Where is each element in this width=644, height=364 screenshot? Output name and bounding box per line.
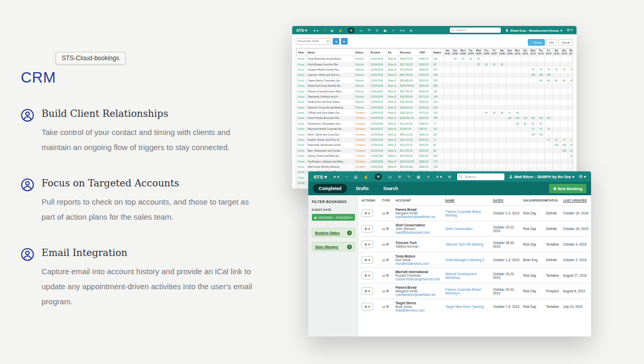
send-icon[interactable]: ➤ ▾ [333, 174, 339, 179]
send-icon[interactable]: ➤ ▾ [313, 29, 318, 32]
month-input[interactable]: December 2018▦ [296, 38, 331, 45]
gross-link[interactable]: Gross [297, 110, 307, 115]
gear-menu[interactable]: ⚙ ▾ [567, 28, 572, 32]
row-actions-button[interactable]: ⚙ ▾ [361, 303, 373, 311]
contact-email[interactable]: russell.friedman@marriott.com [395, 277, 442, 281]
row-actions-button[interactable]: ⚙ ▾ [361, 240, 373, 248]
bed-icon[interactable]: ▭ [360, 29, 363, 32]
booking-link[interactable]: Panera Corporate Brand Meeting A [445, 288, 481, 295]
gross-link[interactable]: Gross [297, 127, 307, 132]
booking-link[interactable]: Marriott Development Workshop [445, 272, 476, 279]
booking-name[interactable]: Raymond Hotels Corporate Bo... [307, 127, 354, 132]
briefcase-icon[interactable]: ⚒ [348, 28, 354, 33]
tab-completed[interactable]: Completed [313, 184, 347, 193]
gross-link[interactable]: Gross [297, 137, 307, 142]
brand-menu[interactable]: STS ▾ [313, 174, 327, 180]
booking-name[interactable]: Rutherford Group Monthly Bo... [307, 83, 354, 88]
booking-name[interactable]: Wolf Group Monthly Meeting [307, 164, 354, 169]
gross-link[interactable]: Gross [297, 148, 307, 153]
plus-icon[interactable]: ⊕ [410, 29, 413, 32]
row-actions-button[interactable]: ⚙ ▾ [361, 287, 373, 295]
view-button-gross[interactable]: ✓ Gross [528, 39, 545, 46]
gross-link[interactable]: Gross [297, 164, 307, 169]
booking-name[interactable]: Mertz, Carter and Cross Sal... [307, 132, 354, 137]
filter-sales-manager[interactable]: Sales Manager6 [312, 242, 355, 251]
next-month-button[interactable]: ▸ [341, 38, 348, 45]
thumbsup-icon[interactable]: ☝ [338, 29, 342, 32]
tab-search[interactable]: Search [377, 184, 403, 193]
booking-name[interactable]: Stiedemann, McLaughlin and ... [307, 121, 354, 126]
brand-menu[interactable]: STS ▾ [296, 28, 307, 33]
gross-link[interactable]: Gross [297, 180, 307, 185]
user-menu[interactable]: Matt Bitzer – BAMPH by the Sea ▾ [509, 174, 574, 179]
bed-icon[interactable]: ▭ [388, 174, 392, 179]
search-input[interactable]: Search... [457, 173, 504, 180]
search-input[interactable]: Search... [450, 28, 501, 33]
filter-booking-status[interactable]: Booking Status3 [312, 228, 355, 237]
links-icon[interactable]: ✕ ▾ [400, 29, 405, 32]
col-header-dates[interactable]: DATES [491, 195, 522, 206]
booking-name[interactable]: Kamill-Torphy Executive Ret... [307, 116, 354, 121]
row-actions-button[interactable]: ⚙ ▾ [361, 256, 373, 264]
new-booking-button[interactable]: ✚ New Booking [549, 184, 586, 193]
contact-email[interactable]: brad@devneco.com [395, 308, 442, 312]
gross-link[interactable]: Gross [297, 186, 307, 188]
links-icon[interactable]: ✕ ▾ [436, 174, 442, 179]
contact-email[interactable]: elon@teslamotors.com [395, 262, 442, 265]
booking-name[interactable]: Batz, Stiedemann and Conde... [307, 148, 354, 153]
gross-link[interactable]: Gross [297, 56, 307, 62]
gross-link[interactable]: Gross [297, 105, 307, 110]
gear-menu[interactable]: ⚙ ▾ [579, 174, 586, 179]
gross-link[interactable]: Gross [297, 83, 307, 88]
calendar-icon[interactable]: ▦ [383, 29, 387, 32]
plus-icon[interactable]: ⊕ [448, 174, 451, 179]
gross-link[interactable]: Gross [297, 143, 307, 148]
booking-name[interactable]: Kutch-Buttmeler Annual Busin... [307, 56, 354, 62]
gross-link[interactable]: Gross [297, 132, 307, 137]
chart-icon[interactable]: ↗ [392, 29, 394, 32]
gross-link[interactable]: Gross [297, 100, 307, 105]
pencil-icon[interactable]: ✎ [407, 174, 410, 179]
briefcase-icon[interactable]: ⚒ [375, 173, 382, 180]
booking-name[interactable]: Koch-Boyatel Incentive Ret... [307, 62, 354, 67]
col-header-name[interactable]: NAME [444, 195, 491, 206]
booking-name[interactable]: Pawlowski, Rondineau and B... [307, 143, 354, 148]
gross-link[interactable]: Gross [297, 67, 307, 72]
gross-link[interactable]: Gross [297, 78, 307, 83]
contact-email[interactable]: ryan@bluebuzzard.com [395, 231, 442, 234]
tab-drafts[interactable]: Drafts [350, 184, 375, 193]
booking-name[interactable]: Keebler, Ernser and Ferry M... [307, 137, 354, 142]
utensils-icon[interactable]: Ψ [368, 29, 371, 32]
row-actions-button[interactable]: ⚙ ▾ [361, 209, 373, 217]
gross-link[interactable]: Gross [297, 116, 307, 121]
clock-icon[interactable]: ◔ [323, 29, 325, 32]
row-actions-button[interactable]: ⚙ ▾ [361, 225, 373, 233]
gross-link[interactable]: Gross [297, 121, 307, 126]
booking-name[interactable]: Heidenreich and Sons Strate... [307, 100, 354, 105]
gross-link[interactable]: Gross [297, 159, 307, 164]
contact-email[interactable]: ryanhamilton@earthlink.net [395, 293, 442, 296]
prev-month-button[interactable]: ◂ [333, 38, 339, 45]
row-actions-button[interactable]: ⚙ ▾ [361, 272, 373, 279]
date-range-button[interactable]: ▦ 10/01/2019 – 10/31/2019 ▾ [312, 214, 355, 221]
gross-link[interactable]: Gross [297, 175, 307, 180]
gross-link[interactable]: Gross [297, 73, 307, 78]
booking-name[interactable]: Pawlowski, Rohrbort and A... [307, 94, 354, 99]
gross-link[interactable]: Gross [297, 94, 307, 99]
booking-name[interactable]: O'Reilly and Sons Sales Gra... [307, 110, 354, 115]
pencil-icon[interactable]: ✎ [376, 29, 378, 32]
booking-link[interactable]: Tesla Manager's Meeting 6 [445, 258, 484, 262]
user-menu[interactable]: Brian Eng – Bluebuzzard House ▾ [505, 29, 562, 32]
booking-name[interactable]: Leannon, Hirthe and Sub Inc... [307, 73, 354, 78]
contact-email[interactable]: ryanhamilton@earthlink.net [395, 215, 442, 219]
gross-link[interactable]: Gross [297, 170, 307, 175]
utensils-icon[interactable]: Ψ [398, 174, 401, 179]
col-header-last-updated[interactable]: LAST UPDATED [561, 195, 591, 206]
booking-name[interactable]: Cassin-Welch Corporate Gra... [307, 78, 354, 83]
gross-link[interactable]: Gross [297, 89, 307, 94]
thumbsup-icon[interactable]: ☝ [364, 174, 368, 179]
view-button-actual[interactable]: Actual [558, 39, 573, 46]
folder-icon[interactable]: ▤ [354, 174, 358, 179]
calendar-icon[interactable]: ▦ [417, 174, 420, 179]
booking-link[interactable]: Panera Corporate Brand Meeting [445, 210, 481, 217]
